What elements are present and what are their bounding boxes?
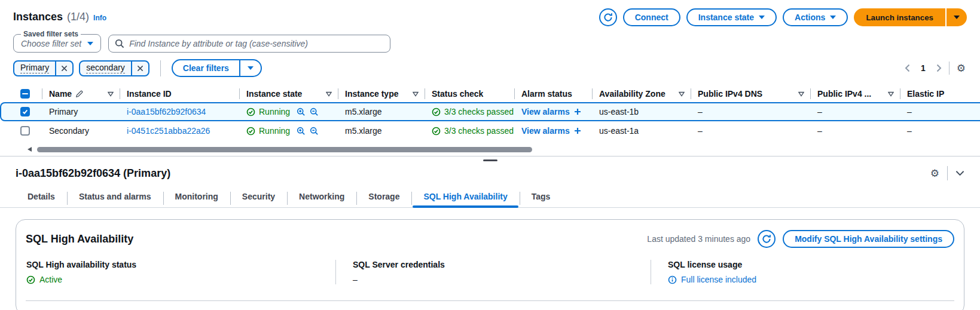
az-cell: us-east-1b — [592, 107, 691, 116]
info-link[interactable]: Info — [93, 14, 106, 22]
edit-icon — [75, 90, 83, 98]
row-checkbox[interactable] — [20, 107, 30, 116]
launch-instances-caret-button[interactable] — [947, 8, 967, 26]
clear-filters-caret-button[interactable] — [239, 60, 261, 76]
table-row[interactable]: Secondary i-0451c251abba22a26 Running m5… — [0, 121, 980, 140]
column-header-public-ipv4-dns[interactable]: Public IPv4 DNS — [691, 85, 810, 102]
row-checkbox[interactable] — [20, 126, 30, 136]
search-input[interactable] — [108, 35, 390, 53]
column-header-availability-zone[interactable]: Availability Zone — [592, 85, 691, 102]
filter-zoom-in-icon[interactable] — [297, 108, 306, 116]
credentials-value: – — [353, 275, 358, 284]
column-header-public-ipv4[interactable]: Public IPv4 ... — [810, 85, 900, 102]
table-header-row: Name Instance ID Instance state Instance… — [0, 85, 980, 102]
tab-monitoring[interactable]: Monitoring — [163, 186, 230, 207]
instance-id-link[interactable]: i-0aa15bf62b92f0634 — [127, 107, 206, 116]
page-number[interactable]: 1 — [921, 63, 926, 73]
refresh-icon — [603, 13, 613, 22]
instance-count: (1/4) — [67, 11, 89, 23]
scrollbar-thumb[interactable] — [37, 147, 532, 152]
filter-zoom-in-icon[interactable] — [297, 127, 306, 136]
public-dns-cell: – — [691, 126, 810, 136]
instances-table: Name Instance ID Instance state Instance… — [0, 85, 980, 140]
card-title: SQL High Availability — [26, 233, 133, 245]
check-circle-icon — [432, 108, 441, 116]
connect-button[interactable]: Connect — [623, 8, 680, 26]
collapse-panel-icon[interactable] — [955, 170, 964, 176]
refresh-icon — [762, 234, 771, 244]
sort-icon[interactable] — [888, 91, 894, 97]
sort-icon[interactable] — [326, 91, 332, 97]
gear-icon[interactable]: ⚙ — [957, 63, 966, 73]
detail-tabs: Details Status and alarms Monitoring Sec… — [0, 186, 980, 208]
instance-type-cell: m5.xlarge — [338, 126, 425, 136]
clear-filters-button[interactable]: Clear filters — [173, 60, 239, 76]
instance-state-dropdown[interactable]: Instance state — [686, 8, 777, 26]
tab-storage[interactable]: Storage — [356, 186, 411, 207]
chevron-down-icon — [954, 16, 960, 19]
saved-filter-sets-legend: Saved filter sets — [21, 30, 81, 38]
field-ha-status: SQL High availability status Active — [26, 260, 335, 284]
detail-panel-header: i-0aa15bf62b92f0634 (Primary) ⚙ — [0, 161, 980, 180]
launch-instances-button[interactable]: Launch instances — [854, 8, 945, 26]
gear-icon[interactable]: ⚙ — [930, 168, 939, 179]
instance-id-link[interactable]: i-0451c251abba22a26 — [127, 126, 210, 136]
view-alarms-link[interactable]: View alarms — [521, 126, 581, 136]
tab-security[interactable]: Security — [230, 186, 287, 207]
column-header-instance-type[interactable]: Instance type — [338, 85, 425, 102]
tab-sql-high-availability[interactable]: SQL High Availability — [411, 186, 519, 207]
status-check-value: 3/3 checks passed — [432, 126, 514, 136]
actions-dropdown[interactable]: Actions — [783, 8, 848, 26]
tab-networking[interactable]: Networking — [287, 186, 356, 207]
filter-chip-primary: Primary — [13, 60, 74, 76]
last-updated-text: Last updated 3 minutes ago — [647, 234, 750, 244]
card-refresh-button[interactable] — [758, 230, 776, 248]
sql-high-availability-card: SQL High Availability Last updated 3 min… — [16, 219, 964, 310]
plus-icon — [574, 127, 581, 134]
filter-chip-secondary: secondary — [79, 60, 149, 76]
refresh-button[interactable] — [599, 8, 617, 26]
column-header-instance-state[interactable]: Instance state — [239, 85, 338, 102]
sort-icon[interactable] — [679, 91, 685, 97]
az-cell: us-east-1a — [592, 126, 691, 136]
view-alarms-link[interactable]: View alarms — [521, 107, 581, 116]
column-header-instance-id[interactable]: Instance ID — [120, 85, 239, 102]
modify-settings-button[interactable]: Modify SQL High Availability settings — [783, 230, 954, 248]
divider — [947, 166, 948, 180]
filter-zoom-out-icon[interactable] — [310, 127, 319, 136]
filter-zoom-out-icon[interactable] — [310, 108, 319, 116]
next-page-icon[interactable] — [936, 64, 942, 72]
select-all-checkbox[interactable] — [20, 89, 30, 99]
sort-icon[interactable] — [108, 91, 114, 97]
elastic-ip-cell: – — [900, 107, 980, 116]
instance-state-label: Instance state — [698, 13, 754, 22]
table-row[interactable]: Primary i-0aa15bf62b92f0634 Running m5.x… — [0, 102, 980, 121]
tab-details[interactable]: Details — [16, 186, 67, 207]
name-cell: Secondary — [42, 126, 120, 136]
chevron-down-icon — [830, 16, 836, 19]
elastic-ip-cell: – — [900, 126, 980, 136]
sort-icon[interactable] — [413, 91, 419, 97]
scroll-left-icon[interactable] — [28, 147, 32, 152]
select-all-checkbox-cell — [0, 85, 42, 102]
tab-status-and-alarms[interactable]: Status and alarms — [67, 186, 163, 207]
horizontal-scrollbar — [0, 147, 980, 152]
close-icon[interactable] — [131, 62, 148, 75]
column-header-status-check[interactable]: Status check — [425, 85, 514, 102]
tab-tags[interactable]: Tags — [520, 186, 563, 207]
license-usage-link[interactable]: Full license included — [681, 275, 756, 284]
column-header-alarm-status[interactable]: Alarm status — [514, 85, 592, 102]
check-circle-icon — [246, 127, 255, 136]
close-icon[interactable] — [55, 62, 72, 75]
instance-type-cell: m5.xlarge — [338, 107, 425, 116]
pagination: 1 ⚙ — [905, 62, 967, 75]
search-box — [108, 35, 390, 53]
column-header-name[interactable]: Name — [42, 85, 120, 102]
previous-page-icon[interactable] — [905, 64, 910, 72]
saved-filter-set-dropdown[interactable]: Saved filter sets Choose filter set — [13, 30, 101, 53]
sort-icon[interactable] — [798, 91, 804, 97]
column-header-elastic-ip[interactable]: Elastic IP — [900, 85, 980, 102]
instance-state-value: Running — [246, 107, 290, 116]
filter-row: Saved filter sets Choose filter set — [0, 26, 980, 53]
detail-title: i-0aa15bf62b92f0634 (Primary) — [16, 167, 170, 180]
